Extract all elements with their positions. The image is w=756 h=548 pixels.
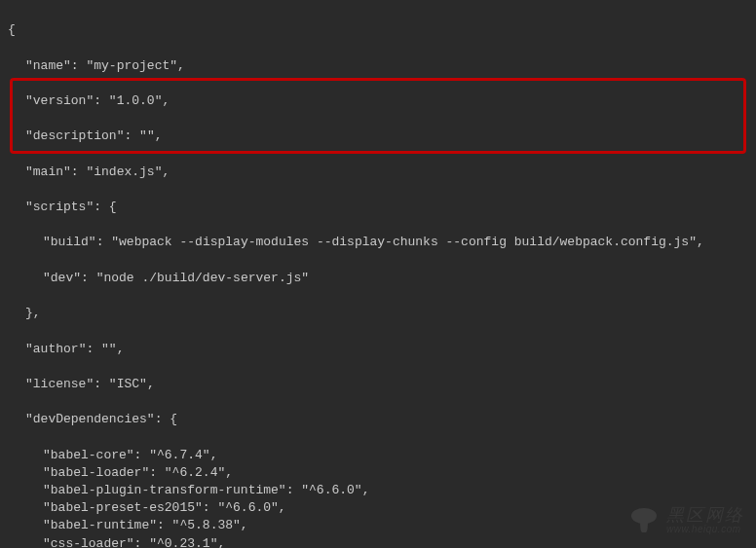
json-line-author: "author": "",	[8, 341, 748, 358]
json-line-scripts-open: "scripts": {	[8, 199, 748, 216]
watermark-url: www.heiqu.com	[666, 525, 744, 535]
json-line-description: "description": "",	[8, 128, 748, 145]
json-line-scripts-build: "build": "webpack --display-modules --di…	[8, 234, 748, 251]
json-line-scripts-dev: "dev": "node ./build/dev-server.js"	[8, 270, 748, 287]
devdeps-line: "babel-core": "^6.7.4",	[8, 447, 748, 464]
json-open: {	[8, 21, 748, 39]
json-line-name: "name": "my-project",	[8, 57, 748, 75]
watermark: 黑区网络 www.heiqu.com	[629, 506, 744, 534]
mushroom-icon	[629, 506, 659, 533]
json-line-license: "license": "ISC",	[8, 376, 748, 393]
code-block: { "name": "my-project", "version": "1.0.…	[0, 0, 756, 548]
watermark-title: 黑区网络	[666, 506, 744, 525]
devdeps-line: "babel-loader": "^6.2.4",	[8, 464, 748, 482]
json-line-main: "main": "index.js",	[8, 164, 748, 181]
json-line-scripts-close: },	[8, 305, 748, 322]
json-line-devdeps-open: "devDependencies": {	[8, 411, 748, 428]
devdeps-line: "css-loader": "^0.23.1",	[8, 535, 748, 548]
json-line-version: "version": "1.0.0",	[8, 92, 748, 110]
devdeps-line: "babel-plugin-transform-runtime": "^6.6.…	[8, 482, 748, 499]
